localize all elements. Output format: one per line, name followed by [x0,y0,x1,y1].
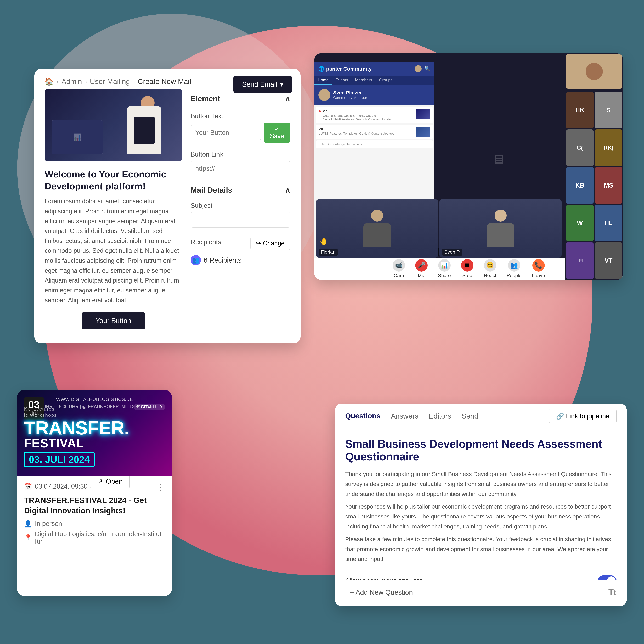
nav-members[interactable]: Members [352,76,376,85]
participant-initials-vt: VT [605,257,612,264]
user-info: Sven Platzer Community Member [333,90,367,100]
user-profile-section: Sven Platzer Community Member [314,85,434,105]
event-datetime-row: 📅 03.07.2024, 09:30 ↗ Open [24,483,165,490]
mail-details-section-header: Mail Details ∧ [191,180,290,198]
tab-send[interactable]: Send [461,409,478,423]
stop-button[interactable]: ⏹ Stop [456,257,479,280]
element-collapse-icon[interactable]: ∧ [285,94,290,103]
welcome-title: Welcome to Your Economic Development pla… [45,168,182,192]
participant-initials-s: S [606,107,611,114]
breadcrumb-current: Create New Mail [138,77,191,86]
event-title-area: KO Lectures ic Workshops TRANSFER. FESTI… [17,406,172,467]
react-label: React [484,273,496,278]
event-info-section: ⋮ 📅 03.07.2024, 09:30 ↗ Open TRANSFER.FE… [17,476,172,552]
button-link-label: Button Link [191,151,290,158]
new-indicator [319,110,321,112]
cam-button[interactable]: 📹 Cam [387,257,410,280]
subject-input[interactable] [191,212,290,228]
location-type-text: In person [35,520,62,527]
mail-details-title: Mail Details [191,186,232,194]
element-title: Element [191,94,220,103]
event-banner: WWW.DIGITALHUBLOGISTICS.DE 9:30 UHR - 18… [17,390,172,476]
font-size-icon[interactable]: Tt [608,587,617,597]
participants-sidebar: HK S G( RK( KB MS W HL LFI VT [565,53,623,280]
share-icon: 📊 [438,259,451,272]
event-location-type: 👤 In person [24,520,165,528]
react-button[interactable]: 😊 React [479,257,501,280]
nav-home[interactable]: Home [314,76,332,85]
post-content-2: 24 LUFEB Features: Templates, Goals & Co… [319,127,414,135]
mic-icon: 🎤 [415,259,428,272]
recipients-count-row: 👥 6 Recipients [191,255,290,265]
nav-groups[interactable]: Groups [376,76,396,85]
breadcrumb-user-mailing[interactable]: User Mailing [90,77,130,86]
people-label: People [507,273,522,278]
tab-questions[interactable]: Questions [345,409,380,423]
calendar-icon: 📅 [24,483,32,490]
breadcrumb-sep-2: › [85,77,87,86]
anon-answers-label: Allow anonymous answers [345,577,422,580]
breadcrumb-sep-3: › [133,77,135,86]
email-settings-pane: Element ∧ Button Text ✓ Save Button Link… [191,89,290,337]
email-cta-button[interactable]: Your Button [82,312,145,329]
questionnaire-card: Questions Answers Editors Send 🔗 Link to… [335,404,627,606]
stop-label: Stop [462,273,472,278]
save-button[interactable]: ✓ Save [264,123,290,143]
email-main-content: 📊 Welcome to Your Economic Development p… [34,89,301,343]
participant-initials-w: W [577,219,583,227]
recipients-label: Recipients [191,238,221,246]
user-role: Community Member [333,95,367,100]
breadcrumb-sep-1: › [56,77,59,86]
add-new-question-button[interactable]: + Add New Question [345,584,418,601]
event-dots-menu[interactable]: ⋮ [156,483,165,493]
anon-answers-toggle[interactable] [598,575,617,580]
participant-initials-lfi: LFI [576,258,584,263]
leave-icon: 📞 [532,259,545,272]
send-email-button[interactable]: Send Email ▾ [233,76,292,93]
post-content-3: LUFEB Knowledge: Technology [319,143,430,146]
tab-editors[interactable]: Editors [429,409,451,423]
questionnaire-footer: + Add New Question Tt [335,580,627,606]
board-items-container: 27 Getting Sharp: Goals & Priority Updat… [314,105,434,151]
open-icon: ↗ [97,477,103,485]
event-lectures-tag: KO Lectures [24,406,165,412]
recipients-count-text: 6 Recipients [204,256,241,264]
community-logo: 🌐 panter Community [318,66,372,72]
change-recipients-button[interactable]: ✏ Change [250,237,290,250]
mic-button[interactable]: 🎤 Mic [410,257,433,280]
post-thumbnail [416,109,430,119]
post-date-2: 24 [319,127,414,131]
home-icon[interactable]: 🏠 [45,77,54,86]
breadcrumb-admin[interactable]: Admin [61,77,82,86]
post-date: 27 [323,109,414,113]
mail-details-collapse-icon[interactable]: ∧ [285,186,290,194]
people-button[interactable]: 👥 People [501,257,527,280]
tab-answers[interactable]: Answers [391,409,418,423]
search-icon[interactable]: 🔍 [424,66,430,72]
anon-answers-setting: Allow anonymous answers [345,572,617,580]
event-datetime-text: 03.07.2024, 09:30 [35,483,87,490]
link-to-pipeline-button[interactable]: 🔗 Link to pipeline [549,409,617,423]
share-button[interactable]: 📊 Share [433,257,456,280]
event-title-text: TRANSFER.FESTIVAL 2024 - Get Digital Inn… [24,495,165,516]
participant-initials-ms: MS [604,182,613,189]
event-url: WWW.DIGITALHUBLOGISTICS.DE [24,397,165,402]
nav-events[interactable]: Events [332,76,352,85]
participant-initials-kb: KB [575,182,584,189]
leave-button[interactable]: 📞 Leave [527,257,550,280]
event-location-name: 📍 Digital Hub Logistics, c/o Fraunhofer-… [24,530,165,545]
share-label: Share [438,273,451,278]
leave-label: Leave [532,273,545,278]
participant-initials-hk: HK [575,107,584,114]
post-content: 27 Getting Sharp: Goals & Priority Updat… [323,109,414,121]
user-name: Sven Platzer [333,90,367,95]
cam-icon: 📹 [393,259,405,272]
participant-tile-hk: HK [566,92,594,128]
button-text-input[interactable] [191,125,261,140]
participant-initials-hl: HL [605,220,612,226]
video-feed-florian: Florian 🤚 [316,199,438,258]
button-link-input[interactable] [191,161,290,176]
festival-title-transfer: TRANSFER. [24,419,165,436]
participant-tile-rk: RK( [595,129,622,166]
user-avatar [318,89,330,101]
